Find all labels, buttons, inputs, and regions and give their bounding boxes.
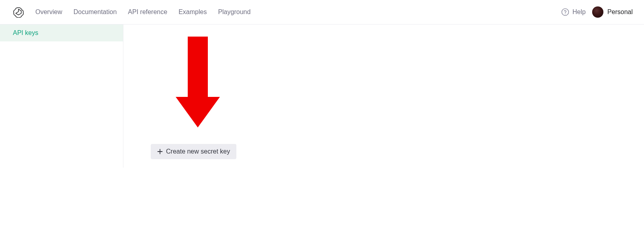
body-area: API keys Create new secret key [0, 25, 644, 238]
nav-right: Help Personal [561, 6, 633, 18]
help-icon [561, 8, 569, 16]
sidebar-item-api-keys[interactable]: API keys [0, 25, 123, 41]
svg-point-1 [565, 14, 566, 14]
nav-link-overview[interactable]: Overview [35, 8, 62, 16]
help-label: Help [572, 8, 586, 16]
nav-link-api-reference[interactable]: API reference [128, 8, 167, 16]
create-secret-key-button[interactable]: Create new secret key [151, 144, 236, 159]
sidebar: API keys [0, 25, 123, 168]
sidebar-item-label: API keys [13, 29, 38, 36]
nav-link-documentation[interactable]: Documentation [74, 8, 117, 16]
nav-link-examples[interactable]: Examples [178, 8, 207, 16]
annotation-arrow-icon [176, 37, 220, 127]
svg-point-0 [562, 9, 568, 16]
openai-logo-icon[interactable] [13, 6, 24, 18]
top-nav: Overview Documentation API reference Exa… [0, 0, 644, 25]
create-secret-key-label: Create new secret key [166, 148, 230, 155]
account-label: Personal [607, 8, 633, 16]
main-content: Create new secret key [123, 25, 644, 238]
nav-link-playground[interactable]: Playground [218, 8, 250, 16]
account-menu[interactable]: Personal [592, 6, 633, 18]
nav-links: Overview Documentation API reference Exa… [35, 8, 561, 16]
help-button[interactable]: Help [561, 8, 586, 16]
plus-icon [157, 149, 163, 154]
avatar [592, 6, 603, 18]
